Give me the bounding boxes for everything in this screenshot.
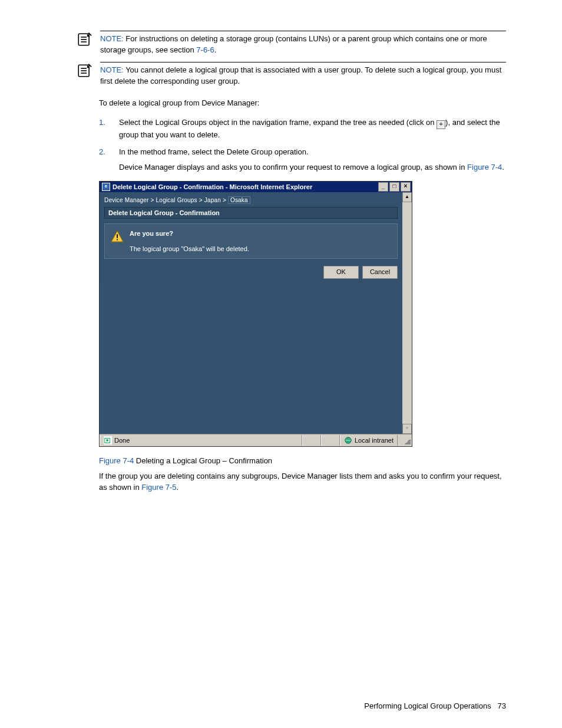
screenshot-ie-window: e Delete Logical Group - Confirmation - …	[99, 181, 412, 447]
svg-rect-12	[117, 239, 118, 241]
warning-icon	[111, 230, 124, 243]
window-title: Delete Logical Group - Confirmation - Mi…	[113, 183, 378, 190]
breadcrumb-path: Device Manager > Logical Groups > Japan …	[104, 197, 228, 203]
scroll-up-button[interactable]: ▲	[402, 192, 412, 202]
window-content: Device Manager > Logical Groups > Japan …	[100, 192, 412, 434]
step2-text: In the method frame, select the Delete G…	[119, 147, 309, 156]
confirm-card: Are you sure? The logical group "Osaka" …	[104, 223, 398, 259]
window-title-bar: e Delete Logical Group - Confirmation - …	[100, 182, 412, 192]
note-icon	[77, 32, 92, 47]
ie-icon: e	[102, 183, 110, 191]
resize-grip[interactable]	[402, 435, 412, 446]
footer-page-number: 73	[498, 701, 506, 710]
scroll-down-button[interactable]: ▼	[402, 424, 412, 434]
button-row: OK Cancel	[100, 262, 402, 282]
confirm-question: Are you sure?	[130, 230, 249, 237]
svg-point-14	[106, 439, 108, 442]
figure-7-4-link-inline[interactable]: Figure 7-4	[467, 163, 502, 172]
expand-plus-icon: +	[437, 120, 445, 129]
figure-title: Deleting a Logical Group – Confirmation	[134, 456, 272, 465]
breadcrumb-current: Osaka	[228, 196, 250, 204]
post-figure-b: .	[177, 483, 179, 492]
panel-title: Delete Logical Group - Confirmation	[104, 207, 398, 219]
step1-a: Select the Logical Groups object in the …	[119, 118, 437, 127]
scrollbar[interactable]: ▲ ▼	[402, 192, 412, 434]
steps-list: Select the Logical Groups object in the …	[99, 117, 506, 173]
page-footer: Performing Logical Group Operations 73	[364, 701, 506, 710]
zone-text: Local intranet	[355, 437, 394, 444]
maximize-button[interactable]: □	[389, 182, 399, 192]
figure-caption: Figure 7-4 Deleting a Logical Group – Co…	[99, 455, 506, 467]
note-2: NOTE: You cannot delete a logical group …	[77, 62, 506, 87]
note1-text-a: For instructions on deleting a storage g…	[100, 34, 487, 54]
confirm-message: The logical group "Osaka" will be delete…	[130, 245, 249, 252]
step2-sub-b: .	[502, 163, 504, 172]
close-button[interactable]: ×	[401, 182, 411, 192]
breadcrumb: Device Manager > Logical Groups > Japan …	[100, 192, 402, 207]
footer-section: Performing Logical Group Operations	[364, 701, 491, 710]
post-figure-text: If the group you are deleting contains a…	[99, 470, 506, 493]
note2-text: You cannot delete a logical group that i…	[100, 65, 501, 85]
note-label: NOTE:	[100, 65, 124, 74]
status-text: Done	[114, 437, 130, 444]
step-2: In the method frame, select the Delete G…	[99, 146, 506, 173]
cancel-button[interactable]: Cancel	[362, 266, 398, 279]
step-1: Select the Logical Groups object in the …	[99, 117, 506, 141]
status-bar: Done Local intranet	[100, 434, 412, 446]
done-icon	[104, 436, 112, 444]
content-pane: Device Manager > Logical Groups > Japan …	[100, 192, 402, 434]
svg-rect-16	[346, 440, 351, 442]
ok-button[interactable]: OK	[323, 266, 359, 279]
minimize-button[interactable]: _	[378, 182, 388, 192]
intro-text: To delete a logical group from Device Ma…	[99, 97, 506, 109]
note-label: NOTE:	[100, 34, 124, 43]
step2-sub-a: Device Manager displays and asks you to …	[119, 163, 467, 172]
note1-text-b: .	[214, 45, 217, 54]
empty-area	[100, 282, 402, 433]
note-icon	[77, 63, 92, 78]
page: NOTE: For instructions on deleting a sto…	[0, 0, 562, 728]
figure-7-5-link[interactable]: Figure 7-5	[141, 483, 176, 492]
zone-icon	[344, 436, 352, 444]
figure-number: Figure 7-4	[99, 456, 134, 465]
svg-rect-11	[117, 235, 118, 238]
note1-link[interactable]: 7-6-6	[196, 45, 214, 54]
note-1: NOTE: For instructions on deleting a sto…	[77, 31, 506, 56]
